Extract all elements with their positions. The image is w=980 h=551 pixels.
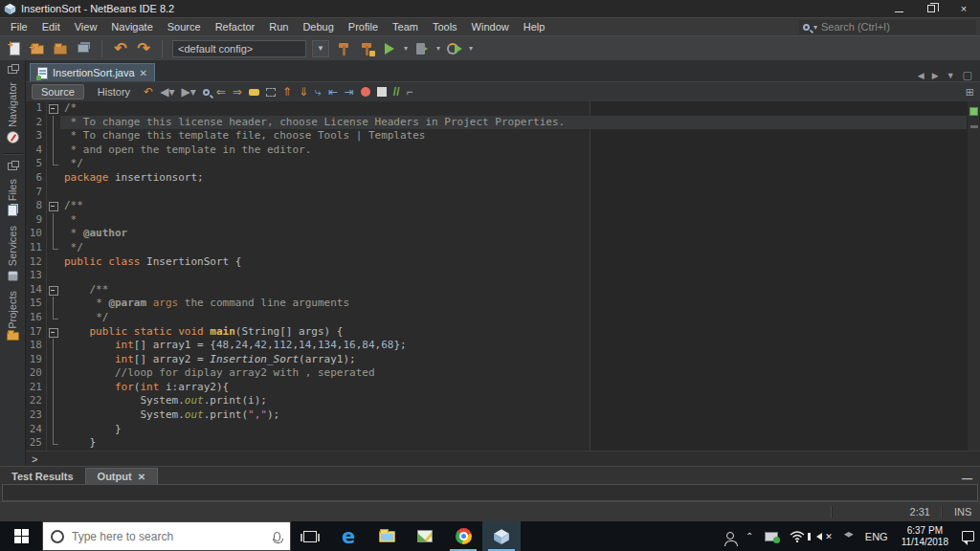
code-line[interactable]: 24 } (26, 423, 967, 437)
action-center-button[interactable] (956, 521, 980, 551)
open-project-button[interactable] (52, 40, 69, 57)
tab-close-icon[interactable]: ✕ (138, 472, 145, 482)
code-text[interactable]: /** (60, 283, 967, 298)
history-view-button[interactable]: History (91, 85, 137, 99)
code-text[interactable]: package insertionsort; (60, 171, 967, 186)
microphone-icon[interactable] (274, 532, 280, 541)
code-line[interactable]: 19 int[] array2 = Insertion_Sort(array1)… (26, 353, 967, 367)
code-line[interactable]: 4 * and open the template in the editor. (26, 143, 967, 158)
shift-left-icon[interactable]: ⇤ (328, 86, 338, 98)
code-line[interactable]: 14 /** (26, 283, 967, 298)
menu-team[interactable]: Team (386, 19, 425, 34)
move-down-icon[interactable]: ⇓ (299, 86, 308, 98)
move-up-icon[interactable]: ⇑ (282, 86, 292, 98)
run-dropdown-icon[interactable]: ▾ (404, 44, 408, 53)
code-line[interactable]: 3 * To change this template file, choose… (26, 129, 967, 143)
restore-button[interactable] (915, 0, 947, 17)
code-line[interactable]: 22 System.out.print(i); (26, 394, 967, 408)
people-button[interactable] (721, 521, 740, 551)
menu-tools[interactable]: Tools (426, 19, 464, 34)
code-text[interactable]: } (60, 423, 967, 437)
photo-app-button[interactable] (406, 521, 444, 551)
code-line[interactable]: 7 (26, 186, 967, 200)
ide-search-box[interactable]: ▾ Search (Ctrl+I) (799, 20, 976, 34)
code-line[interactable]: 12public class InsertionSort { (26, 255, 967, 270)
code-line[interactable]: 9 * (26, 213, 967, 228)
jump-back-icon[interactable]: ◀▾ (160, 86, 174, 98)
find-selection-icon[interactable] (203, 89, 210, 96)
chrome-button[interactable] (444, 521, 482, 551)
clock[interactable]: 6:37 PM 11/14/2018 (894, 525, 956, 548)
menu-refactor[interactable]: Refactor (209, 19, 262, 34)
comment-icon[interactable]: // (393, 86, 400, 98)
build-project-button[interactable] (335, 40, 352, 57)
code-line[interactable]: 17 public static void main(String[] args… (26, 325, 967, 340)
code-text[interactable]: int[] array2 = Insertion_Sort(array1); (60, 353, 967, 367)
menu-source[interactable]: Source (161, 19, 208, 34)
file-explorer-button[interactable] (368, 521, 406, 551)
sidebar-tab-files[interactable]: Files (7, 175, 18, 220)
dock-window-icon[interactable] (8, 66, 17, 74)
tab-close-icon[interactable]: ✕ (140, 68, 147, 78)
code-text[interactable]: for(int i:array2){ (60, 381, 967, 395)
code-lines[interactable]: 1/*2 * To change this license header, ch… (26, 101, 967, 451)
shift-right-icon[interactable]: ⇥ (345, 86, 354, 98)
tab-insertionsort-java[interactable]: InsertionSort.java ✕ (30, 63, 155, 81)
netbeans-button[interactable] (482, 521, 521, 551)
sidebar-tab-navigator[interactable]: Navigator (7, 78, 19, 147)
code-text[interactable]: } (60, 436, 967, 451)
code-text[interactable]: int[] array1 = {48,24,42,112,14,134,16,8… (60, 339, 967, 353)
code-line[interactable]: 8/** (26, 199, 967, 213)
code-text[interactable]: * and open the template in the editor. (60, 143, 967, 158)
language-indicator[interactable]: ENG (859, 521, 894, 551)
vm-tray-button[interactable] (759, 521, 784, 551)
menu-file[interactable]: File (4, 19, 34, 34)
output-console[interactable] (2, 484, 978, 501)
scroll-tabs-right-icon[interactable]: ▶ (932, 71, 939, 80)
code-line[interactable]: 6package insertionsort; (26, 171, 967, 186)
fold-toggle-icon[interactable] (47, 283, 60, 298)
save-all-button[interactable] (75, 40, 92, 57)
clean-build-button[interactable] (358, 40, 375, 57)
rectangular-selection-icon[interactable] (266, 88, 276, 97)
undo-button[interactable]: ↶ (112, 40, 129, 57)
sidebar-tab-services[interactable]: Services (7, 222, 18, 284)
fold-toggle-icon[interactable] (47, 199, 60, 213)
next-bookmark-icon[interactable]: ⤷ (315, 86, 322, 98)
task-view-button[interactable] (291, 521, 329, 551)
code-text[interactable]: public class InsertionSort { (60, 255, 967, 270)
code-line[interactable]: 25 } (26, 436, 967, 451)
source-view-button[interactable]: Source (32, 84, 84, 99)
tab-list-dropdown-icon[interactable]: ▼ (947, 71, 955, 80)
breadcrumb[interactable]: > (26, 451, 980, 466)
split-editor-icon[interactable]: ⊞ (966, 86, 974, 99)
code-text[interactable]: * To change this template file, choose T… (60, 129, 967, 143)
code-text[interactable]: */ (60, 157, 967, 171)
code-text[interactable]: */ (60, 241, 967, 255)
menu-run[interactable]: Run (262, 19, 295, 34)
code-text[interactable]: //loop for diplay array2 with , seperate… (60, 366, 967, 381)
search-dropdown-icon[interactable]: ▾ (813, 23, 817, 32)
menu-profile[interactable]: Profile (342, 19, 385, 34)
code-text[interactable]: System.out.print(","); (60, 408, 967, 423)
code-line[interactable]: 16 */ (26, 311, 967, 325)
minimize-panel-button[interactable]: — (962, 473, 980, 484)
dock-window-icon[interactable] (8, 163, 17, 170)
debug-project-button[interactable] (413, 40, 431, 57)
sidebar-tab-projects[interactable]: Projects (7, 287, 19, 345)
jump-forward-icon[interactable]: ▶▾ (181, 86, 195, 98)
new-project-button[interactable]: + (29, 40, 46, 57)
taskbar-search-input[interactable] (72, 530, 266, 543)
code-line[interactable]: 11 */ (26, 241, 967, 255)
code-text[interactable] (60, 269, 967, 283)
code-text[interactable]: /** (60, 199, 967, 213)
config-select[interactable]: <default config> (172, 40, 306, 57)
code-line[interactable]: 23 System.out.print(","); (26, 408, 967, 423)
tab-output[interactable]: Output ✕ (85, 468, 158, 484)
uncomment-icon[interactable]: ⌐ (406, 86, 412, 98)
menu-view[interactable]: View (68, 19, 104, 34)
code-text[interactable]: * @param args the command line arguments (60, 297, 967, 311)
scroll-tabs-left-icon[interactable]: ◀ (918, 71, 924, 80)
code-text[interactable]: public static void main(String[] args) { (60, 325, 967, 340)
code-text[interactable]: * @author (60, 227, 967, 241)
